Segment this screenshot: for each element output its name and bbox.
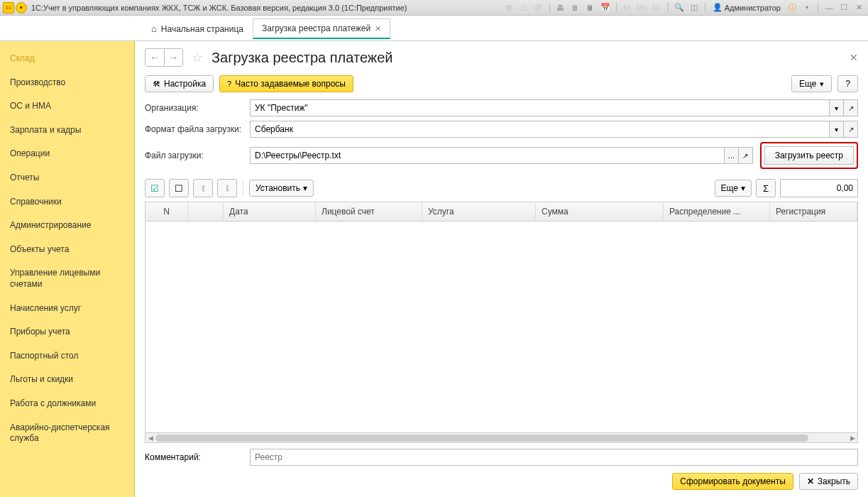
favorite-star-icon[interactable]: ☆: [192, 50, 203, 65]
tb-icon-3[interactable]: 🗐: [532, 2, 545, 13]
file-open-icon[interactable]: ↗: [739, 147, 753, 164]
faq-button[interactable]: ? Часто задаваемые вопросы: [219, 75, 353, 92]
tab-registry-load[interactable]: Загрузка реестра платежей ✕: [253, 18, 390, 39]
nav-forward-button[interactable]: →: [164, 49, 182, 66]
sidebar-item-operations[interactable]: Операции: [0, 142, 134, 166]
move-up-button[interactable]: ⬆: [193, 179, 213, 197]
col-check[interactable]: [188, 202, 224, 221]
chevron-down-icon: ▾: [741, 183, 745, 193]
tab-home-label: Начальная страница: [161, 24, 243, 34]
settings-icon: 🛠: [153, 80, 160, 88]
tab-active-label: Загрузка реестра платежей: [262, 23, 370, 33]
format-label: Формат файла загрузки:: [145, 124, 250, 134]
maximize-icon[interactable]: ☐: [837, 2, 850, 13]
tab-close-icon[interactable]: ✕: [375, 24, 381, 33]
nav-buttons: ← →: [145, 48, 183, 67]
tb-icon-5[interactable]: 🗎: [569, 2, 582, 13]
file-input[interactable]: [250, 147, 725, 164]
load-registry-button[interactable]: Загрузить реестр: [764, 146, 854, 165]
chevron-down-icon: ▾: [303, 183, 307, 193]
sidebar-item-os-nma[interactable]: ОС и НМА: [0, 94, 134, 119]
more-button-top[interactable]: Еще ▾: [791, 75, 832, 92]
format-open-icon[interactable]: ↗: [844, 121, 858, 138]
scroll-right-icon[interactable]: ▶: [847, 433, 857, 443]
sidebar-item-meters[interactable]: Приборы учета: [0, 320, 134, 344]
sidebar-item-debtors[interactable]: Работа с должниками: [0, 392, 134, 416]
col-account[interactable]: Лицевой счет: [316, 202, 422, 221]
m-minus-icon[interactable]: M-: [651, 2, 664, 13]
info-dropdown-icon[interactable]: ▾: [801, 2, 813, 13]
check-all-button[interactable]: ☑: [145, 179, 165, 197]
col-n[interactable]: N: [145, 202, 188, 221]
sidebar-item-production[interactable]: Производство: [0, 71, 134, 95]
sidebar-item-admin[interactable]: Администрирование: [0, 214, 134, 238]
horizontal-scrollbar[interactable]: ◀ ▶: [145, 432, 857, 442]
file-browse-icon[interactable]: …: [725, 147, 739, 164]
sidebar-item-charges[interactable]: Начисления услуг: [0, 297, 134, 321]
sidebar-item-accounts-mgmt[interactable]: Управление лицевыми счетами: [0, 261, 134, 296]
sidebar-item-dictionaries[interactable]: Справочники: [0, 190, 134, 214]
set-button[interactable]: Установить ▾: [249, 180, 314, 197]
zoom-icon[interactable]: 🔍: [673, 2, 686, 13]
m-plus-icon[interactable]: M+: [636, 2, 649, 13]
generate-documents-button[interactable]: Сформировать документы: [672, 473, 793, 490]
uncheck-all-button[interactable]: ☐: [169, 179, 189, 197]
titlebar: 1c ▾ 1С:Учет в управляющих компаниях ЖКХ…: [0, 0, 868, 16]
close-button[interactable]: ✕ Закрыть: [799, 473, 858, 490]
tb-icon-1[interactable]: ▦: [502, 2, 515, 13]
registry-table: N Дата Лицевой счет Услуга Сумма Распред…: [145, 202, 858, 443]
col-sum[interactable]: Сумма: [536, 202, 664, 221]
close-icon: ✕: [807, 476, 814, 486]
col-date[interactable]: Дата: [224, 202, 316, 221]
col-registration[interactable]: Регистрация: [770, 202, 857, 221]
settings-button[interactable]: 🛠 Настройка: [145, 75, 214, 92]
org-open-icon[interactable]: ↗: [844, 99, 858, 116]
org-dropdown-icon[interactable]: ▾: [830, 99, 844, 116]
info-icon[interactable]: ⓘ: [786, 2, 798, 13]
scroll-thumb[interactable]: [155, 435, 808, 442]
org-input[interactable]: [250, 99, 830, 116]
tb-icon-2[interactable]: 🗋: [517, 2, 530, 13]
sidebar-item-accounting-objects[interactable]: Объекты учета: [0, 238, 134, 262]
calendar-icon[interactable]: 📅: [599, 2, 612, 13]
more-button-table[interactable]: Еще ▾: [715, 180, 752, 197]
col-service[interactable]: Услуга: [422, 202, 536, 221]
move-down-button[interactable]: ⬇: [217, 179, 237, 197]
sidebar-item-reports[interactable]: Отчеты: [0, 166, 134, 190]
app-menu-dropdown[interactable]: ▾: [16, 2, 27, 13]
sidebar-item-dispatch[interactable]: Аварийно-диспетчерская служба: [0, 416, 134, 451]
page-title: Загрузка реестра платежей: [211, 50, 392, 66]
table-body[interactable]: [145, 222, 857, 432]
sidebar: Склад Производство ОС и НМА Зарплата и к…: [0, 41, 135, 497]
calculator-icon[interactable]: 🖩: [584, 2, 597, 13]
scroll-left-icon[interactable]: ◀: [145, 433, 155, 443]
sum-field[interactable]: [780, 179, 858, 197]
comment-input[interactable]: [250, 449, 858, 466]
user-label[interactable]: 👤Администратор: [713, 2, 781, 13]
page-close-icon[interactable]: ✕: [850, 52, 858, 63]
col-distribution[interactable]: Распределение ...: [664, 202, 770, 221]
faq-icon: ?: [227, 80, 231, 88]
help-button[interactable]: ?: [837, 75, 858, 92]
nav-back-button[interactable]: ←: [145, 49, 164, 66]
sidebar-item-salary[interactable]: Зарплата и кадры: [0, 119, 134, 143]
close-window-icon[interactable]: ✕: [852, 2, 865, 13]
sidebar-item-discounts[interactable]: Льготы и скидки: [0, 368, 134, 392]
m-icon[interactable]: M: [621, 2, 634, 13]
tab-home[interactable]: ⌂ Начальная страница: [142, 18, 253, 39]
org-label: Организация:: [145, 103, 250, 113]
sidebar-item-passport[interactable]: Паспортный стол: [0, 344, 134, 368]
windows-icon[interactable]: ◫: [688, 2, 701, 13]
tabs: ⌂ Начальная страница Загрузка реестра пл…: [0, 18, 868, 39]
sigma-button[interactable]: Σ: [756, 179, 776, 197]
load-registry-highlight: Загрузить реестр: [760, 142, 858, 169]
chevron-down-icon: ▾: [820, 80, 824, 89]
sidebar-item-sklad[interactable]: Склад: [0, 47, 134, 71]
minimize-icon[interactable]: —: [823, 2, 835, 13]
file-label: Файл загрузки:: [145, 151, 250, 160]
window-title: 1С:Учет в управляющих компаниях ЖКХ, ТСЖ…: [31, 4, 502, 12]
format-input[interactable]: [250, 121, 830, 138]
format-dropdown-icon[interactable]: ▾: [830, 121, 844, 138]
print-icon[interactable]: 🖶: [554, 2, 567, 13]
comment-label: Комментарий:: [145, 452, 250, 462]
